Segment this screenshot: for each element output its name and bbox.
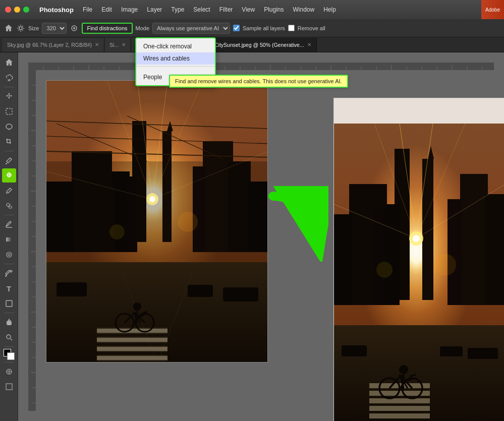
svg-rect-138 — [342, 345, 367, 356]
menu-window[interactable]: Window — [289, 4, 319, 15]
svg-point-114 — [149, 196, 155, 202]
svg-rect-92 — [97, 329, 167, 333]
svg-rect-95 — [97, 356, 167, 360]
svg-rect-8 — [6, 237, 12, 242]
zoom-tool[interactable] — [2, 330, 16, 344]
traffic-lights[interactable] — [5, 7, 29, 13]
spot-healing-tool[interactable] — [2, 168, 16, 183]
svg-rect-127 — [384, 204, 400, 305]
menu-filter[interactable]: Filter — [215, 4, 237, 15]
cloud-doc-tool[interactable] — [2, 71, 16, 85]
quick-mask-tool[interactable] — [2, 365, 16, 379]
after-image — [333, 98, 504, 421]
svg-point-116 — [109, 224, 125, 239]
dropdown-one-click-removal[interactable]: One-click removal — [136, 40, 215, 52]
svg-point-4 — [6, 124, 12, 129]
menu-help[interactable]: Help — [319, 4, 340, 15]
menu-file[interactable]: File — [79, 4, 96, 15]
shape-tool[interactable] — [2, 296, 16, 311]
remove-all-checkbox[interactable] — [288, 25, 295, 31]
mode-select[interactable]: Always use generative AI — [152, 23, 230, 34]
menu-edit[interactable]: Edit — [97, 4, 116, 15]
menu-image[interactable]: Image — [117, 4, 142, 15]
svg-point-152 — [434, 254, 456, 276]
svg-rect-96 — [57, 282, 87, 296]
svg-rect-83 — [46, 182, 74, 252]
eyedropper-tool[interactable] — [2, 153, 16, 167]
hand-tool[interactable] — [2, 315, 16, 329]
screen-mode-tool[interactable] — [2, 380, 16, 394]
home-tool[interactable] — [2, 55, 16, 70]
menu-bar: Photoshop File Edit Image Layer Type Sel… — [39, 0, 340, 19]
svg-point-151 — [413, 235, 420, 242]
menu-view[interactable]: View — [238, 4, 259, 15]
clone-stamp-tool[interactable] — [2, 199, 16, 213]
svg-rect-137 — [369, 413, 430, 418]
tab-si-close[interactable]: ✕ — [122, 42, 126, 47]
tabs-bar: Sky.jpg @ 66.7% (Layer 2, RGB/8#) ✕ Si..… — [0, 37, 504, 52]
size-select[interactable]: 320 — [42, 23, 67, 34]
svg-rect-76 — [162, 131, 172, 242]
background-color[interactable] — [7, 352, 15, 360]
tab-sky-jpg-close[interactable]: ✕ — [95, 42, 99, 47]
move-tool[interactable] — [2, 89, 16, 103]
settings-toolbar-icon[interactable] — [16, 24, 25, 33]
svg-point-9 — [7, 252, 12, 257]
rectangular-marquee-tool[interactable] — [2, 104, 16, 118]
workspace: T — [0, 52, 504, 421]
svg-rect-80 — [112, 171, 130, 252]
crop-tool[interactable] — [2, 135, 16, 149]
dropdown-wires-cables[interactable]: Wires and cables — [136, 52, 215, 65]
svg-point-0 — [19, 27, 22, 30]
svg-rect-123 — [422, 159, 433, 300]
menu-select[interactable]: Select — [189, 4, 214, 15]
minimize-button[interactable] — [14, 7, 20, 13]
svg-rect-93 — [97, 338, 167, 342]
tab-nyc-sunset-close[interactable]: ✕ — [307, 42, 311, 47]
tab-si-label: Si... — [109, 42, 119, 48]
tool-divider-2 — [4, 151, 14, 151]
svg-rect-84 — [193, 166, 205, 252]
svg-rect-85 — [127, 176, 137, 252]
svg-rect-126 — [460, 174, 488, 305]
menu-plugins[interactable]: Plugins — [260, 4, 288, 15]
brush-option-icon[interactable] — [70, 24, 79, 33]
maximize-button[interactable] — [23, 7, 29, 13]
color-swatches[interactable] — [4, 349, 15, 360]
ruler-left — [28, 70, 36, 411]
tool-divider-3 — [4, 215, 14, 215]
svg-rect-98 — [188, 285, 213, 297]
lasso-tool[interactable] — [2, 119, 16, 134]
tab-sky-jpg-label: Sky.jpg @ 66.7% (Layer 2, RGB/8#) — [7, 42, 92, 48]
svg-point-101 — [133, 303, 141, 311]
blur-tool[interactable] — [2, 248, 16, 262]
svg-rect-3 — [6, 108, 12, 114]
svg-rect-139 — [468, 348, 498, 359]
svg-rect-81 — [228, 161, 251, 252]
tab-si[interactable]: Si... ✕ — [104, 38, 131, 52]
svg-rect-15 — [28, 63, 494, 70]
remove-all-label: Remove all — [298, 25, 325, 31]
brush-tool[interactable] — [2, 184, 16, 198]
svg-rect-131 — [374, 209, 385, 305]
find-distractions-button[interactable]: Find distractions — [82, 23, 132, 34]
svg-rect-82 — [248, 182, 268, 252]
text-tool[interactable]: T — [2, 281, 16, 295]
close-button[interactable] — [5, 7, 11, 13]
svg-point-6 — [7, 203, 10, 206]
svg-rect-128 — [485, 194, 504, 305]
home-toolbar-icon[interactable] — [4, 24, 13, 33]
pen-tool[interactable] — [2, 266, 16, 280]
menu-layer[interactable]: Layer — [143, 4, 166, 15]
gradient-tool[interactable] — [2, 232, 16, 247]
wires-cables-tooltip: Find and remove wires and cables. This d… — [169, 75, 348, 88]
svg-rect-136 — [369, 406, 430, 411]
svg-rect-86 — [102, 187, 115, 252]
canvas-bg — [36, 70, 494, 411]
menu-type[interactable]: Type — [167, 4, 188, 15]
tab-sky-jpg[interactable]: Sky.jpg @ 66.7% (Layer 2, RGB/8#) ✕ — [2, 38, 104, 52]
eraser-tool[interactable] — [2, 217, 16, 231]
tool-divider-1 — [4, 87, 14, 87]
adobe-label: Adobe — [481, 0, 504, 19]
sample-all-layers-checkbox[interactable] — [233, 25, 240, 31]
